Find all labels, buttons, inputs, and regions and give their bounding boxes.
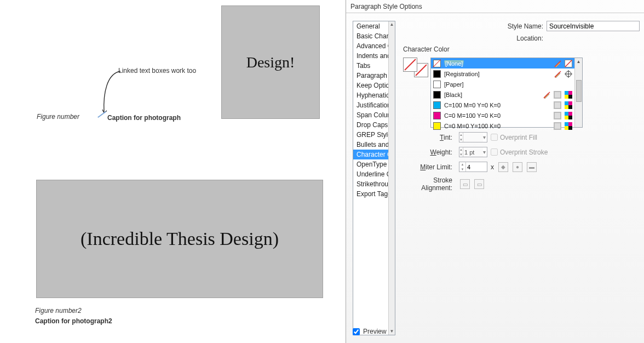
swatch-chip-icon bbox=[433, 70, 441, 78]
category-item[interactable]: OpenType Features bbox=[353, 159, 388, 169]
swatch-chip-icon bbox=[433, 91, 441, 99]
none-diag-icon bbox=[565, 60, 572, 67]
tint-label: int: bbox=[444, 134, 452, 141]
category-item[interactable]: Bullets and Numbering bbox=[353, 140, 388, 150]
category-item[interactable]: Paragraph Rules bbox=[353, 71, 388, 81]
text-frame-1-content: Design! bbox=[246, 54, 295, 71]
swatch-list: [None][Registration][Paper][Black]C=100 … bbox=[430, 58, 583, 128]
category-item[interactable]: Advanced Character Formats bbox=[353, 41, 388, 51]
preview-checkbox[interactable] bbox=[353, 328, 360, 335]
svg-rect-14 bbox=[565, 95, 568, 99]
document-canvas: Design! Linked text boxes work too Figur… bbox=[0, 0, 345, 343]
text-frame-2-content: (Incredible Thesis Design) bbox=[81, 228, 279, 249]
miter-input[interactable]: ▲▼ bbox=[459, 162, 487, 172]
tint-input[interactable]: ▲▼ ▾ bbox=[459, 132, 487, 142]
cmyk-icon bbox=[565, 122, 572, 130]
process-icon bbox=[554, 101, 561, 109]
category-item[interactable]: Indents and Spacing bbox=[353, 51, 388, 61]
swatch-name: [Registration] bbox=[444, 71, 480, 77]
swatch-chip-icon bbox=[433, 101, 441, 109]
join-round-button[interactable]: ● bbox=[513, 162, 522, 172]
svg-rect-11 bbox=[555, 92, 560, 98]
category-list-panel: GeneralBasic Character FormatsAdvanced C… bbox=[353, 21, 395, 335]
category-scrollbar[interactable]: ▲▼ bbox=[388, 21, 395, 335]
align-stroke-inside-button[interactable]: ▭ bbox=[474, 179, 484, 189]
process-icon bbox=[554, 122, 561, 130]
swatch-row[interactable]: C=0 M=0 Y=100 K=0 bbox=[431, 121, 574, 131]
category-item[interactable]: Keep Options bbox=[353, 81, 388, 90]
swatch-name: [Black] bbox=[444, 92, 462, 98]
pencil-x-icon bbox=[543, 91, 550, 99]
swatch-name: [Paper] bbox=[444, 81, 463, 88]
svg-rect-31 bbox=[568, 122, 572, 126]
miter-label: iter Limit: bbox=[426, 163, 452, 171]
swatch-row[interactable]: C=100 M=0 Y=0 K=0 bbox=[431, 100, 574, 110]
fill-stroke-proxy[interactable] bbox=[403, 58, 425, 123]
swatch-chip-icon bbox=[433, 60, 441, 67]
swatch-row[interactable]: [Paper] bbox=[431, 79, 574, 89]
category-item[interactable]: General bbox=[353, 21, 388, 31]
process-icon bbox=[554, 91, 561, 99]
preview-label: Preview bbox=[363, 328, 387, 335]
stroke-alignment-label: Stroke Alignment: bbox=[403, 176, 452, 192]
annotation-text: Linked text boxes work too bbox=[118, 67, 196, 75]
cmyk-icon bbox=[565, 101, 572, 109]
weight-input[interactable]: ▲▼ ▾ bbox=[459, 147, 487, 157]
miter-x-label: x bbox=[491, 163, 494, 171]
svg-rect-12 bbox=[565, 91, 568, 95]
join-bevel-button[interactable]: ▬ bbox=[527, 162, 537, 172]
swatch-scrollbar[interactable]: ▲ bbox=[574, 58, 582, 127]
svg-rect-23 bbox=[555, 113, 560, 118]
pencil-x-icon bbox=[554, 60, 561, 67]
svg-rect-20 bbox=[565, 105, 568, 109]
swatch-row[interactable]: [None] bbox=[431, 58, 574, 68]
category-item[interactable]: Character Color bbox=[353, 150, 388, 159]
swatch-name: C=0 M=0 Y=100 K=0 bbox=[444, 123, 501, 129]
text-frame-2[interactable]: (Incredible Thesis Design) bbox=[36, 180, 323, 298]
dialog-title: Paragraph Style Options bbox=[350, 3, 422, 10]
svg-line-1 bbox=[416, 65, 427, 76]
swatch-name: C=100 M=0 Y=0 K=0 bbox=[444, 102, 501, 108]
overprint-stroke-checkbox[interactable]: Overprint Stroke bbox=[491, 148, 548, 156]
swatch-row[interactable]: [Registration] bbox=[431, 68, 574, 79]
svg-rect-24 bbox=[565, 112, 568, 116]
category-item[interactable]: Span Columns bbox=[353, 110, 388, 120]
swatch-name: C=0 M=100 Y=0 K=0 bbox=[444, 112, 501, 119]
align-stroke-center-button[interactable]: ▭ bbox=[460, 179, 470, 189]
join-miter-button[interactable]: ◆ bbox=[498, 162, 508, 172]
svg-rect-21 bbox=[568, 105, 572, 109]
svg-line-5 bbox=[555, 71, 561, 77]
overprint-fill-checkbox[interactable]: Overprint Fill bbox=[491, 134, 537, 141]
swatch-chip-icon bbox=[433, 122, 441, 130]
category-item[interactable]: Basic Character Formats bbox=[353, 31, 388, 41]
category-item[interactable]: Hyphenation bbox=[353, 90, 388, 100]
registration-icon bbox=[565, 70, 572, 78]
svg-rect-18 bbox=[565, 101, 568, 105]
svg-rect-32 bbox=[565, 126, 568, 130]
category-item[interactable]: GREP Style bbox=[353, 130, 388, 140]
figure-number-2: Figure number2 bbox=[35, 307, 82, 315]
weight-label: eight: bbox=[436, 148, 452, 156]
swatch-chip-icon bbox=[433, 81, 441, 88]
dialog-title-bar: Paragraph Style Options bbox=[346, 0, 644, 13]
category-item[interactable]: Tabs bbox=[353, 61, 388, 71]
svg-rect-29 bbox=[555, 123, 560, 129]
category-item[interactable]: Drop Caps and Nested Styles bbox=[353, 120, 388, 130]
style-name-input[interactable] bbox=[547, 21, 640, 31]
svg-rect-13 bbox=[568, 91, 572, 95]
svg-rect-33 bbox=[568, 126, 572, 130]
process-icon bbox=[554, 112, 561, 119]
text-frame-1[interactable]: Design! bbox=[221, 5, 320, 119]
category-item[interactable]: Strikethrough Options bbox=[353, 179, 388, 189]
category-item[interactable]: Justification bbox=[353, 100, 388, 110]
swatch-row[interactable]: [Black] bbox=[431, 89, 574, 100]
category-item[interactable]: Underline Options bbox=[353, 169, 388, 179]
category-item[interactable]: Export Tagging bbox=[353, 189, 388, 199]
section-heading: Character Color bbox=[403, 45, 640, 53]
dialog-main-panel: Style Name: Location: Character Color bbox=[395, 13, 644, 343]
svg-rect-25 bbox=[568, 112, 572, 116]
style-name-label: Style Name: bbox=[508, 22, 543, 30]
fill-proxy-icon[interactable] bbox=[403, 58, 417, 72]
swatch-row[interactable]: C=0 M=100 Y=0 K=0 bbox=[431, 110, 574, 121]
svg-rect-30 bbox=[565, 122, 568, 126]
